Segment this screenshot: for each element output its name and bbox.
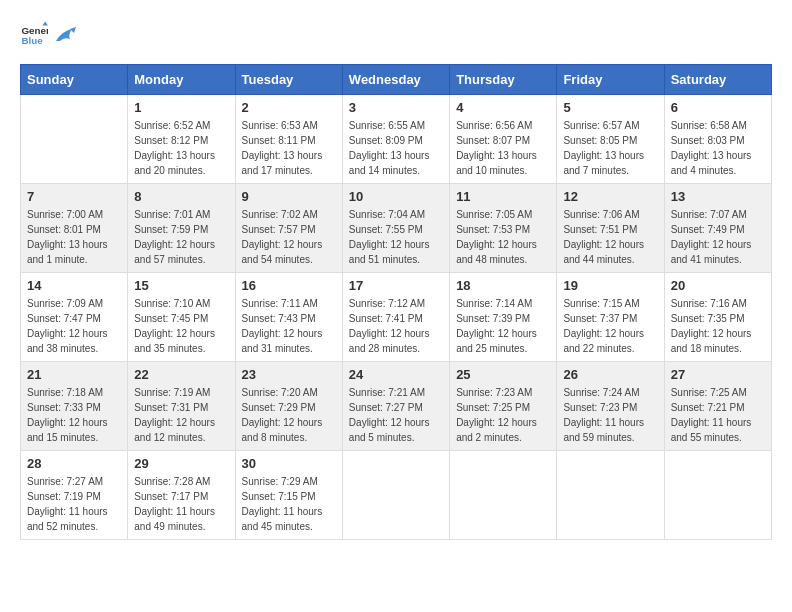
day-number: 3: [349, 100, 443, 115]
day-info: Sunrise: 7:05 AM Sunset: 7:53 PM Dayligh…: [456, 207, 550, 267]
weekday-header-saturday: Saturday: [664, 65, 771, 95]
day-number: 19: [563, 278, 657, 293]
weekday-header-friday: Friday: [557, 65, 664, 95]
day-number: 1: [134, 100, 228, 115]
day-number: 29: [134, 456, 228, 471]
day-number: 20: [671, 278, 765, 293]
calendar-cell: 17Sunrise: 7:12 AM Sunset: 7:41 PM Dayli…: [342, 273, 449, 362]
weekday-header-thursday: Thursday: [450, 65, 557, 95]
calendar-cell: 24Sunrise: 7:21 AM Sunset: 7:27 PM Dayli…: [342, 362, 449, 451]
day-info: Sunrise: 6:56 AM Sunset: 8:07 PM Dayligh…: [456, 118, 550, 178]
calendar-cell: [342, 451, 449, 540]
day-number: 12: [563, 189, 657, 204]
calendar-cell: 9Sunrise: 7:02 AM Sunset: 7:57 PM Daylig…: [235, 184, 342, 273]
logo: General Blue: [20, 20, 76, 48]
day-number: 13: [671, 189, 765, 204]
day-number: 17: [349, 278, 443, 293]
svg-text:Blue: Blue: [21, 35, 43, 46]
calendar-cell: 16Sunrise: 7:11 AM Sunset: 7:43 PM Dayli…: [235, 273, 342, 362]
calendar-cell: 5Sunrise: 6:57 AM Sunset: 8:05 PM Daylig…: [557, 95, 664, 184]
calendar-cell: 11Sunrise: 7:05 AM Sunset: 7:53 PM Dayli…: [450, 184, 557, 273]
calendar-cell: [21, 95, 128, 184]
calendar-cell: 30Sunrise: 7:29 AM Sunset: 7:15 PM Dayli…: [235, 451, 342, 540]
calendar-cell: 4Sunrise: 6:56 AM Sunset: 8:07 PM Daylig…: [450, 95, 557, 184]
day-info: Sunrise: 7:24 AM Sunset: 7:23 PM Dayligh…: [563, 385, 657, 445]
day-number: 7: [27, 189, 121, 204]
day-number: 21: [27, 367, 121, 382]
day-number: 27: [671, 367, 765, 382]
day-number: 5: [563, 100, 657, 115]
day-info: Sunrise: 7:07 AM Sunset: 7:49 PM Dayligh…: [671, 207, 765, 267]
day-number: 28: [27, 456, 121, 471]
day-info: Sunrise: 7:19 AM Sunset: 7:31 PM Dayligh…: [134, 385, 228, 445]
day-info: Sunrise: 7:18 AM Sunset: 7:33 PM Dayligh…: [27, 385, 121, 445]
day-number: 25: [456, 367, 550, 382]
day-info: Sunrise: 7:29 AM Sunset: 7:15 PM Dayligh…: [242, 474, 336, 534]
day-info: Sunrise: 7:20 AM Sunset: 7:29 PM Dayligh…: [242, 385, 336, 445]
calendar-cell: 20Sunrise: 7:16 AM Sunset: 7:35 PM Dayli…: [664, 273, 771, 362]
calendar-cell: [557, 451, 664, 540]
day-number: 18: [456, 278, 550, 293]
calendar-cell: 3Sunrise: 6:55 AM Sunset: 8:09 PM Daylig…: [342, 95, 449, 184]
day-number: 16: [242, 278, 336, 293]
calendar-cell: 19Sunrise: 7:15 AM Sunset: 7:37 PM Dayli…: [557, 273, 664, 362]
day-info: Sunrise: 7:09 AM Sunset: 7:47 PM Dayligh…: [27, 296, 121, 356]
day-info: Sunrise: 7:16 AM Sunset: 7:35 PM Dayligh…: [671, 296, 765, 356]
day-info: Sunrise: 7:15 AM Sunset: 7:37 PM Dayligh…: [563, 296, 657, 356]
day-number: 2: [242, 100, 336, 115]
calendar-cell: 29Sunrise: 7:28 AM Sunset: 7:17 PM Dayli…: [128, 451, 235, 540]
calendar-cell: 27Sunrise: 7:25 AM Sunset: 7:21 PM Dayli…: [664, 362, 771, 451]
day-info: Sunrise: 6:52 AM Sunset: 8:12 PM Dayligh…: [134, 118, 228, 178]
calendar-table: SundayMondayTuesdayWednesdayThursdayFrid…: [20, 64, 772, 540]
calendar-cell: 23Sunrise: 7:20 AM Sunset: 7:29 PM Dayli…: [235, 362, 342, 451]
calendar-cell: [664, 451, 771, 540]
day-info: Sunrise: 6:57 AM Sunset: 8:05 PM Dayligh…: [563, 118, 657, 178]
day-number: 22: [134, 367, 228, 382]
calendar-cell: 21Sunrise: 7:18 AM Sunset: 7:33 PM Dayli…: [21, 362, 128, 451]
header: General Blue: [20, 20, 772, 48]
day-number: 8: [134, 189, 228, 204]
day-info: Sunrise: 7:10 AM Sunset: 7:45 PM Dayligh…: [134, 296, 228, 356]
calendar-cell: 15Sunrise: 7:10 AM Sunset: 7:45 PM Dayli…: [128, 273, 235, 362]
day-number: 30: [242, 456, 336, 471]
calendar-cell: 2Sunrise: 6:53 AM Sunset: 8:11 PM Daylig…: [235, 95, 342, 184]
day-info: Sunrise: 7:01 AM Sunset: 7:59 PM Dayligh…: [134, 207, 228, 267]
day-info: Sunrise: 7:27 AM Sunset: 7:19 PM Dayligh…: [27, 474, 121, 534]
day-info: Sunrise: 7:23 AM Sunset: 7:25 PM Dayligh…: [456, 385, 550, 445]
day-info: Sunrise: 7:00 AM Sunset: 8:01 PM Dayligh…: [27, 207, 121, 267]
day-number: 10: [349, 189, 443, 204]
day-number: 23: [242, 367, 336, 382]
day-info: Sunrise: 6:53 AM Sunset: 8:11 PM Dayligh…: [242, 118, 336, 178]
day-info: Sunrise: 7:21 AM Sunset: 7:27 PM Dayligh…: [349, 385, 443, 445]
day-info: Sunrise: 7:28 AM Sunset: 7:17 PM Dayligh…: [134, 474, 228, 534]
day-info: Sunrise: 7:11 AM Sunset: 7:43 PM Dayligh…: [242, 296, 336, 356]
weekday-header-tuesday: Tuesday: [235, 65, 342, 95]
calendar-cell: 26Sunrise: 7:24 AM Sunset: 7:23 PM Dayli…: [557, 362, 664, 451]
day-info: Sunrise: 7:02 AM Sunset: 7:57 PM Dayligh…: [242, 207, 336, 267]
calendar-cell: 7Sunrise: 7:00 AM Sunset: 8:01 PM Daylig…: [21, 184, 128, 273]
weekday-header-monday: Monday: [128, 65, 235, 95]
calendar-cell: 22Sunrise: 7:19 AM Sunset: 7:31 PM Dayli…: [128, 362, 235, 451]
weekday-header-sunday: Sunday: [21, 65, 128, 95]
day-info: Sunrise: 7:25 AM Sunset: 7:21 PM Dayligh…: [671, 385, 765, 445]
calendar-cell: [450, 451, 557, 540]
day-number: 24: [349, 367, 443, 382]
day-number: 14: [27, 278, 121, 293]
calendar-cell: 13Sunrise: 7:07 AM Sunset: 7:49 PM Dayli…: [664, 184, 771, 273]
day-info: Sunrise: 7:04 AM Sunset: 7:55 PM Dayligh…: [349, 207, 443, 267]
day-number: 11: [456, 189, 550, 204]
day-info: Sunrise: 7:14 AM Sunset: 7:39 PM Dayligh…: [456, 296, 550, 356]
weekday-header-wednesday: Wednesday: [342, 65, 449, 95]
day-info: Sunrise: 7:06 AM Sunset: 7:51 PM Dayligh…: [563, 207, 657, 267]
day-number: 15: [134, 278, 228, 293]
logo-bird-icon: [54, 27, 76, 45]
calendar-cell: 18Sunrise: 7:14 AM Sunset: 7:39 PM Dayli…: [450, 273, 557, 362]
calendar-cell: 25Sunrise: 7:23 AM Sunset: 7:25 PM Dayli…: [450, 362, 557, 451]
calendar-cell: 10Sunrise: 7:04 AM Sunset: 7:55 PM Dayli…: [342, 184, 449, 273]
day-number: 6: [671, 100, 765, 115]
day-info: Sunrise: 7:12 AM Sunset: 7:41 PM Dayligh…: [349, 296, 443, 356]
calendar-cell: 12Sunrise: 7:06 AM Sunset: 7:51 PM Dayli…: [557, 184, 664, 273]
day-info: Sunrise: 6:55 AM Sunset: 8:09 PM Dayligh…: [349, 118, 443, 178]
calendar-cell: 8Sunrise: 7:01 AM Sunset: 7:59 PM Daylig…: [128, 184, 235, 273]
calendar-cell: 6Sunrise: 6:58 AM Sunset: 8:03 PM Daylig…: [664, 95, 771, 184]
